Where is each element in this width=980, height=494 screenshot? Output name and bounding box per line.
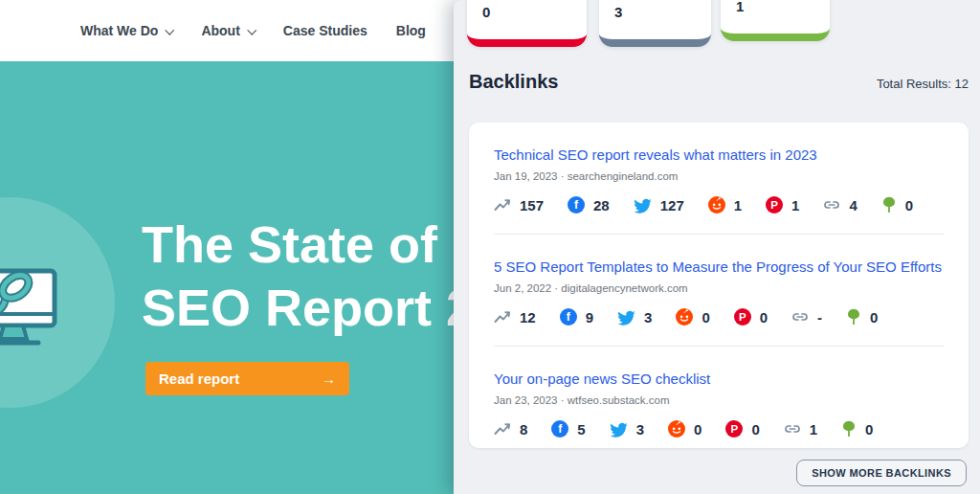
pinterest-metric: P 0 — [725, 420, 759, 438]
metrics-row: 157 f 28 127 1 P 1 4 — [494, 196, 944, 213]
backlink-title-link[interactable]: Technical SEO report reveals what matter… — [494, 146, 817, 163]
tree-count: 0 — [865, 421, 873, 438]
backlink-entry: Your on-page news SEO checklist Jan 23, … — [494, 347, 944, 458]
nav-item-label: Blog — [396, 23, 426, 38]
tree-metric: 0 — [841, 420, 873, 438]
facebook-icon: f — [568, 196, 585, 213]
reddit-count: 1 — [734, 197, 742, 213]
stat-value: 0 — [482, 4, 587, 20]
stat-card-red[interactable]: 0 — [467, 0, 587, 47]
reddit-icon — [708, 196, 725, 213]
facebook-metric: f 28 — [568, 196, 610, 213]
facebook-icon: f — [560, 308, 577, 326]
hero-title: The State of SEO Report 2 — [142, 213, 475, 339]
twitter-icon — [617, 309, 635, 326]
reddit-metric: 0 — [676, 308, 709, 326]
pinterest-count: 0 — [751, 421, 759, 438]
pinterest-count: 1 — [791, 197, 799, 213]
hero-title-line2: SEO Report 2 — [142, 276, 475, 339]
twitter-count: 3 — [636, 421, 644, 438]
nav-item-label: About — [201, 23, 239, 38]
reddit-count: 0 — [694, 421, 702, 438]
reddit-metric: 1 — [708, 196, 742, 213]
trend-metric: 12 — [494, 308, 536, 326]
show-more-backlinks-button[interactable]: SHOW MORE BACKLINKS — [796, 460, 967, 486]
nav-item-label: Case Studies — [283, 23, 368, 38]
nav-item-what-we-do[interactable]: What We Do — [80, 23, 172, 38]
stat-card-slate[interactable]: 3 — [599, 0, 711, 47]
trend-line-icon — [494, 196, 511, 213]
tree-count: 0 — [905, 197, 913, 213]
pinterest-icon: P — [766, 196, 783, 213]
trend-metric: 8 — [494, 420, 527, 438]
link-icon — [784, 420, 801, 438]
facebook-count: 9 — [586, 309, 593, 326]
facebook-metric: f 9 — [560, 308, 593, 326]
panel-header: Backlinks Total Results: 12 — [469, 71, 969, 93]
link-icon — [791, 308, 809, 326]
links-count: 4 — [849, 197, 857, 213]
pinterest-metric: P 0 — [734, 308, 768, 326]
tree-icon — [846, 308, 861, 326]
reddit-count: 0 — [702, 309, 709, 326]
stat-card-green[interactable]: 1 — [721, 0, 830, 41]
backlinks-card: Technical SEO report reveals what matter… — [469, 123, 969, 448]
link-icon — [823, 196, 840, 213]
trend-line-icon — [494, 308, 511, 326]
trend-line-icon — [494, 420, 511, 438]
nav-item-label: What We Do — [80, 23, 158, 38]
tree-count: 0 — [870, 309, 878, 326]
backlink-meta: Jan 19, 2023 · searchengineland.com — [494, 170, 944, 182]
read-report-button[interactable]: Read report → — [145, 362, 349, 395]
screen: What We Do About Case Studies Blog Conte… — [0, 0, 980, 494]
tree-metric: 0 — [881, 196, 913, 213]
stat-value: 3 — [614, 4, 711, 20]
reddit-icon — [676, 308, 693, 326]
nav-item-blog[interactable]: Blog — [396, 23, 426, 38]
tree-icon — [881, 196, 897, 213]
arrow-right-icon: → — [322, 370, 336, 387]
twitter-icon — [634, 197, 652, 213]
backlink-meta: Jun 2, 2022 · digitalagencynetwork.com — [494, 282, 944, 294]
facebook-icon: f — [551, 420, 568, 438]
nav-item-case-studies[interactable]: Case Studies — [283, 23, 368, 38]
twitter-metric: 3 — [610, 421, 644, 438]
links-metric: - — [791, 308, 822, 326]
links-count: - — [817, 309, 822, 326]
chevron-down-icon — [247, 25, 256, 34]
links-count: 1 — [810, 421, 817, 438]
trend-count: 12 — [520, 309, 536, 326]
backlink-entry: 5 SEO Report Templates to Measure the Pr… — [494, 235, 944, 347]
facebook-count: 5 — [577, 421, 585, 438]
trend-count: 8 — [520, 421, 527, 438]
pinterest-icon: P — [725, 420, 743, 438]
twitter-count: 3 — [644, 309, 652, 326]
twitter-count: 127 — [660, 197, 684, 213]
hero-title-line1: The State of — [142, 213, 475, 276]
pinterest-icon: P — [734, 308, 751, 326]
twitter-icon — [610, 421, 628, 438]
total-results: Total Results: 12 — [877, 77, 969, 91]
reddit-metric: 0 — [668, 420, 702, 438]
facebook-metric: f 5 — [551, 420, 585, 438]
metrics-row: 8 f 5 3 0 P 0 1 — [494, 420, 944, 438]
backlink-title-link[interactable]: 5 SEO Report Templates to Measure the Pr… — [494, 258, 942, 275]
backlink-title-link[interactable]: Your on-page news SEO checklist — [494, 370, 710, 387]
metrics-row: 12 f 9 3 0 P 0 - — [494, 308, 944, 326]
backlink-entry: Technical SEO report reveals what matter… — [494, 123, 944, 235]
pinterest-count: 0 — [760, 309, 768, 326]
nav-item-about[interactable]: About — [201, 23, 254, 38]
tree-metric: 0 — [846, 308, 878, 326]
trend-metric: 157 — [494, 196, 544, 213]
section-title: Backlinks — [469, 71, 558, 93]
links-metric: 4 — [823, 196, 857, 213]
monitor-link-illustration — [0, 266, 92, 354]
facebook-count: 28 — [593, 197, 610, 213]
reddit-icon — [668, 420, 685, 438]
twitter-metric: 3 — [617, 309, 652, 326]
read-report-label: Read report — [159, 370, 239, 387]
backlinks-panel: 0 3 1 Backlinks Total Results: 12 Techni… — [454, 0, 980, 494]
chevron-down-icon — [166, 25, 175, 34]
stat-value: 1 — [736, 0, 830, 14]
backlink-meta: Jan 23, 2023 · wtfseo.substack.com — [494, 394, 944, 406]
